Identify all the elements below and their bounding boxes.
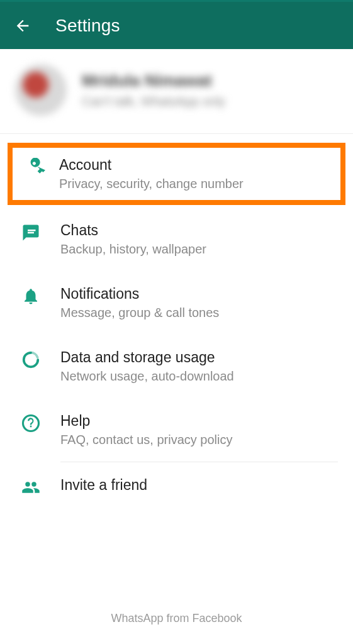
settings-item-sub: Network usage, auto-download (60, 369, 338, 384)
settings-item-notifications[interactable]: Notifications Message, group & call tone… (0, 271, 353, 335)
settings-item-title: Chats (60, 222, 338, 239)
settings-item-title: Help (60, 413, 338, 430)
settings-item-title: Invite a friend (60, 477, 338, 494)
profile-status: Can't talk, WhatsApp only (82, 94, 225, 109)
avatar (15, 64, 67, 116)
profile-name: Mridula Nimawat (82, 71, 225, 91)
settings-item-invite[interactable]: Invite a friend (0, 462, 353, 511)
profile-row[interactable]: Mridula Nimawat Can't talk, WhatsApp onl… (0, 49, 353, 134)
chat-icon (21, 222, 60, 242)
people-icon (21, 477, 60, 497)
settings-item-chats[interactable]: Chats Backup, history, wallpaper (0, 208, 353, 271)
settings-item-account[interactable]: Account Privacy, security, change number (8, 143, 345, 205)
app-bar: Settings (0, 2, 353, 49)
settings-item-sub: FAQ, contact us, privacy policy (60, 433, 338, 447)
settings-item-title: Account (59, 157, 333, 174)
profile-text: Mridula Nimawat Can't talk, WhatsApp onl… (82, 71, 225, 109)
settings-item-help[interactable]: Help FAQ, contact us, privacy policy (0, 398, 353, 462)
footer-label: WhatsApp from Facebook (0, 603, 353, 644)
page-title: Settings (55, 16, 120, 36)
key-icon (26, 157, 59, 177)
settings-item-sub: Message, group & call tones (60, 306, 338, 320)
data-usage-icon (21, 349, 60, 369)
settings-item-title: Data and storage usage (60, 349, 338, 366)
settings-item-sub: Backup, history, wallpaper (60, 242, 338, 257)
back-button[interactable] (13, 16, 33, 36)
arrow-left-icon (14, 17, 31, 35)
settings-item-title: Notifications (60, 286, 338, 303)
bell-icon (21, 286, 60, 306)
help-icon (21, 413, 60, 433)
settings-list: Account Privacy, security, change number… (0, 134, 353, 603)
settings-item-sub: Privacy, security, change number (59, 177, 333, 191)
settings-item-data[interactable]: Data and storage usage Network usage, au… (0, 335, 353, 398)
settings-screen: Settings Mridula Nimawat Can't talk, Wha… (0, 0, 353, 644)
